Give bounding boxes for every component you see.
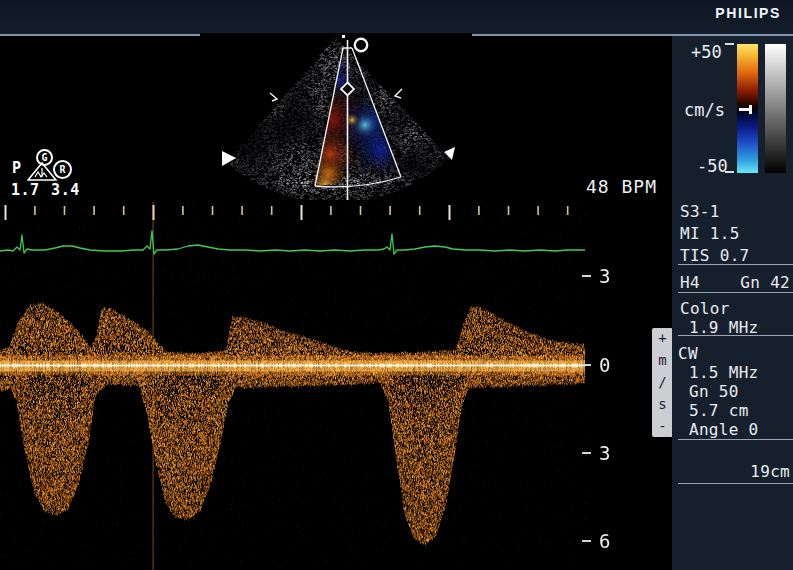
power-indicator-panel: P G R 1.7 3.4 (10, 148, 80, 200)
tick-dash (582, 364, 591, 366)
reject-map-icon: R (53, 160, 72, 179)
color-scale-top-tick (725, 43, 734, 52)
power-label: P (12, 159, 21, 177)
ultrasound-screen: PHILIPS P G R 1.7 3.4 48 BPM 3036 +m/s- … (0, 0, 793, 570)
tick-dash (582, 452, 591, 454)
unit-slash: / (658, 377, 666, 388)
color-scale-bottom-tick (725, 164, 734, 173)
velocity-tick-6: 6 (582, 530, 610, 552)
tick-label: 0 (599, 354, 610, 376)
sidebar-divider (678, 335, 793, 336)
tick-label: 3 (599, 265, 610, 287)
cw-mode-label: CW (678, 344, 698, 363)
transducer-name: S3-1 (680, 202, 720, 221)
2d-echo-image (200, 33, 472, 213)
color-scale-min: -50 (697, 156, 728, 176)
tick-label: 3 (599, 442, 610, 464)
imaging-depth: 19cm (750, 462, 790, 481)
velocity-scale-stepper[interactable]: +m/s- (652, 328, 673, 437)
color-scale-units: cm/s (684, 100, 725, 120)
cw-doppler-spectrogram (0, 200, 660, 570)
thermal-index: TIS 0.7 (680, 246, 750, 265)
velocity-tick-3: 3 (582, 442, 610, 464)
sidebar-divider (678, 264, 793, 265)
power-values: 1.7 3.4 (11, 181, 80, 199)
mechanical-index: MI 1.5 (680, 224, 740, 243)
velocity-tick-0: 0 (582, 354, 610, 376)
top-bar: PHILIPS (0, 0, 793, 36)
harmonic-setting: H4 (680, 273, 700, 292)
sidebar-divider (678, 439, 793, 440)
philips-logo: PHILIPS (715, 5, 781, 21)
unit-s: s (658, 399, 666, 410)
color-mode-label: Color (680, 299, 730, 318)
2d-gain: Gn 42 (740, 273, 790, 292)
increase-scale-button[interactable]: + (658, 333, 666, 344)
sidebar-divider (678, 292, 793, 293)
cw-gain: Gn 50 (689, 382, 739, 401)
decrease-scale-button[interactable]: - (658, 421, 666, 432)
velocity-tick-3: 3 (582, 265, 610, 287)
color-scale-max: +50 (691, 42, 722, 62)
grayscale-bar (765, 44, 786, 173)
parameter-sidebar: +50 cm/s -50 S3-1 MI 1.5 TIS 0.7 H4 Gn 4… (672, 36, 793, 570)
heart-rate: 48 BPM (586, 176, 657, 197)
unit-m: m (658, 355, 666, 366)
tick-label: 6 (599, 530, 610, 552)
cw-frequency: 1.5 MHz (689, 363, 759, 382)
sidebar-divider (678, 483, 793, 484)
zero-velocity-pointer-icon (739, 105, 754, 114)
cw-gate-depth: 5.7 cm (689, 401, 749, 420)
tick-dash (582, 275, 591, 277)
tick-dash (582, 540, 591, 542)
cw-angle: Angle 0 (689, 420, 759, 439)
